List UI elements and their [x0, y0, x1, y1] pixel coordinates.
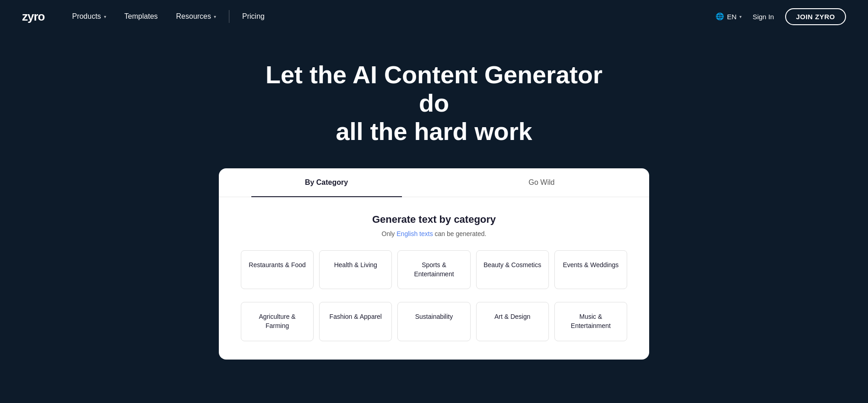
category-sustainability[interactable]: Sustainability: [397, 302, 470, 341]
tab-by-category[interactable]: By Category: [219, 168, 434, 197]
nav-right: 🌐 EN ▾ Sign In JOIN ZYRO: [716, 8, 846, 25]
category-health[interactable]: Health & Living: [319, 250, 392, 289]
category-grid-row1: Restaurants & Food Health & Living Sport…: [219, 250, 649, 289]
chevron-down-icon: ▾: [214, 14, 216, 19]
category-fashion[interactable]: Fashion & Apparel: [319, 302, 392, 341]
signin-button[interactable]: Sign In: [753, 13, 774, 21]
content-card: By Category Go Wild Generate text by cat…: [219, 168, 649, 359]
category-agriculture[interactable]: Agriculture & Farming: [241, 302, 314, 341]
section-subtitle: Only English texts can be generated.: [241, 230, 627, 237]
nav-pricing[interactable]: Pricing: [233, 0, 274, 33]
category-sports[interactable]: Sports & Entertainment: [397, 250, 470, 289]
globe-icon: 🌐: [716, 12, 724, 21]
chevron-down-icon: ▾: [739, 14, 742, 19]
category-art[interactable]: Art & Design: [476, 302, 549, 341]
hero-title: Let the AI Content Generator do all the …: [262, 60, 606, 145]
card-body: Generate text by category Only English t…: [219, 197, 649, 237]
chevron-down-icon: ▾: [104, 14, 106, 19]
hero-section: Let the AI Content Generator do all the …: [0, 33, 868, 168]
nav-resources[interactable]: Resources ▾: [167, 0, 225, 33]
language-selector[interactable]: 🌐 EN ▾: [716, 12, 742, 21]
nav-templates[interactable]: Templates: [115, 0, 167, 33]
category-grid-row2: Agriculture & Farming Fashion & Apparel …: [219, 302, 649, 341]
section-title: Generate text by category: [241, 214, 627, 226]
nav-links: Products ▾ Templates Resources ▾ Pricing: [63, 0, 716, 33]
join-button[interactable]: JOIN ZYRO: [785, 8, 846, 25]
category-music[interactable]: Music & Entertainment: [554, 302, 627, 341]
tab-bar: By Category Go Wild: [219, 168, 649, 197]
english-texts-link[interactable]: English texts: [396, 230, 433, 237]
category-beauty[interactable]: Beauty & Cosmetics: [476, 250, 549, 289]
navbar: zyro Products ▾ Templates Resources ▾ Pr…: [0, 0, 868, 33]
nav-divider: [229, 10, 229, 23]
nav-products[interactable]: Products ▾: [63, 0, 115, 33]
brand-logo[interactable]: zyro: [22, 10, 44, 24]
category-restaurants[interactable]: Restaurants & Food: [241, 250, 314, 289]
tab-go-wild[interactable]: Go Wild: [434, 168, 649, 197]
category-events[interactable]: Events & Weddings: [554, 250, 627, 289]
